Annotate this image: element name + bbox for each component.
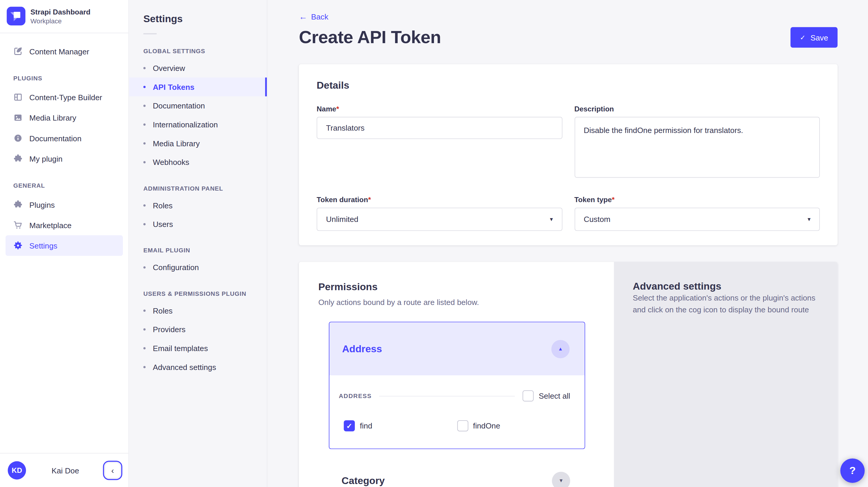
select-all-label: Select all: [538, 392, 570, 400]
sidebar-item-settings[interactable]: Settings: [6, 235, 123, 255]
name-input[interactable]: [317, 117, 562, 139]
subnav-item-media-library[interactable]: Media Library: [129, 134, 267, 153]
description-field-group: Description Disable the findOne permissi…: [574, 104, 820, 180]
subnav-item-api-tokens[interactable]: API Tokens: [129, 78, 267, 96]
subnav-item-up-email-templates[interactable]: Email templates: [129, 339, 267, 358]
subnav-header-global-settings: GLOBAL SETTINGS: [129, 48, 267, 54]
subnav-item-email-configuration[interactable]: Configuration: [129, 258, 267, 277]
check-icon: ✓: [800, 34, 806, 40]
category-accordion-header[interactable]: Category ▼: [329, 461, 585, 487]
subnav-rule: [143, 33, 157, 34]
subnav-item-label: API Tokens: [153, 83, 194, 91]
address-group-label: ADDRESS: [339, 392, 372, 399]
puzzle-icon: [13, 200, 23, 209]
token-duration-select[interactable]: Unlimited ▼: [317, 208, 562, 231]
subnav-item-webhooks[interactable]: Webhooks: [129, 153, 267, 172]
sidebar-item-my-plugin[interactable]: My plugin: [6, 148, 123, 169]
chevron-left-icon: ‹: [112, 466, 114, 475]
required-asterisk: *: [612, 195, 615, 204]
sidebar-item-media-library[interactable]: Media Library: [6, 108, 123, 128]
subnav-item-label: Overview: [153, 64, 185, 72]
expand-accordion-button[interactable]: ▼: [552, 471, 570, 487]
sidebar-item-label: Documentation: [29, 134, 81, 143]
subnav-item-admin-users[interactable]: Users: [129, 215, 267, 234]
app-window: Strapi Dashboard Workplace Content Manag…: [0, 0, 868, 487]
collapse-accordion-button[interactable]: ▲: [551, 340, 569, 358]
findone-checkbox[interactable]: [457, 420, 468, 431]
subnav-title: Settings: [129, 13, 267, 25]
help-button[interactable]: ?: [840, 458, 864, 483]
sidebar-item-label: Marketplace: [29, 221, 71, 230]
bullet-icon: [143, 309, 145, 311]
sidebar-item-label: My plugin: [29, 154, 62, 163]
sidebar-item-label: Content Manager: [29, 47, 89, 56]
permissions-section: Permissions Only actions bound by a rout…: [299, 262, 838, 487]
subnav-item-label: Users: [153, 220, 173, 229]
avatar[interactable]: KD: [8, 461, 26, 480]
subnav-header-users-permissions-plugin: USERS & PERMISSIONS PLUGIN: [129, 290, 267, 297]
description-label: Description: [574, 104, 820, 113]
sidebar-section-header-plugins: PLUGINS: [13, 75, 115, 81]
gear-icon: [13, 241, 23, 250]
token-type-select[interactable]: Custom ▼: [574, 208, 820, 231]
required-asterisk: *: [368, 195, 371, 204]
sidebar-item-content-type-builder[interactable]: Content-Type Builder: [6, 87, 123, 107]
subnav-item-label: Media Library: [153, 139, 200, 148]
sidebar-item-marketplace[interactable]: Marketplace: [6, 215, 123, 235]
chevron-down-icon: ▼: [549, 217, 554, 222]
sidebar-section-header-general: GENERAL: [13, 182, 115, 188]
subnav-item-label: Configuration: [153, 263, 199, 272]
token-type-label: Token type*: [574, 195, 820, 204]
bullet-icon: [143, 266, 145, 268]
advanced-settings-heading: Advanced settings: [633, 281, 816, 292]
cart-icon: [13, 220, 23, 230]
subnav-item-up-advanced-settings[interactable]: Advanced settings: [129, 358, 267, 376]
chevron-down-icon: ▼: [559, 478, 564, 483]
subnav-item-label: Documentation: [153, 101, 205, 110]
subnav-item-up-roles[interactable]: Roles: [129, 301, 267, 320]
user-row: KD Kai Doe ‹: [0, 453, 128, 487]
chevron-up-icon: ▲: [558, 346, 563, 352]
address-accordion-header[interactable]: Address ▲: [330, 323, 585, 375]
subnav-item-label: Webhooks: [153, 158, 189, 167]
address-accordion-body: ADDRESS Select all find: [330, 375, 585, 448]
select-all-control: Select all: [523, 390, 570, 401]
subnav-item-documentation[interactable]: Documentation: [129, 96, 267, 115]
name-label: Name*: [317, 104, 562, 113]
token-type-field-group: Token type* Custom ▼: [574, 195, 820, 231]
find-checkbox[interactable]: [344, 420, 355, 431]
workspace-title: Strapi Dashboard: [30, 7, 90, 16]
sidebar-item-content-manager[interactable]: Content Manager: [6, 41, 123, 61]
bullet-icon: [143, 67, 145, 69]
back-link[interactable]: ← Back: [299, 12, 329, 21]
subnav-item-overview[interactable]: Overview: [129, 59, 267, 78]
select-all-checkbox[interactable]: [523, 390, 533, 401]
image-icon: [13, 113, 23, 122]
description-textarea[interactable]: Disable the findOne permission for trans…: [574, 117, 820, 178]
collapse-sidebar-button[interactable]: ‹: [104, 462, 121, 479]
main-sidebar: Strapi Dashboard Workplace Content Manag…: [0, 0, 129, 487]
info-icon: [13, 133, 23, 143]
strapi-logo-icon: [6, 6, 25, 25]
save-button[interactable]: ✓ Save: [790, 27, 838, 48]
question-mark-icon: ?: [849, 464, 856, 477]
permission-findone: findOne: [457, 420, 570, 431]
subnav-item-up-providers[interactable]: Providers: [129, 320, 267, 339]
bullet-icon: [143, 204, 145, 206]
permission-find: find: [344, 420, 457, 431]
subnav-item-internationalization[interactable]: Internationalization: [129, 115, 267, 134]
details-card: Details Name* Description Disable the fi…: [299, 64, 838, 245]
bullet-icon: [143, 328, 145, 330]
subnav-item-label: Advanced settings: [153, 363, 216, 371]
address-accordion-title: Address: [342, 343, 382, 355]
workspace-switcher[interactable]: Strapi Dashboard Workplace: [0, 0, 128, 33]
bullet-icon: [143, 366, 145, 368]
subnav-item-admin-roles[interactable]: Roles: [129, 196, 267, 215]
settings-subnav: Settings GLOBAL SETTINGS Overview API To…: [129, 0, 267, 487]
layout-icon: [13, 92, 23, 102]
sidebar-item-plugins[interactable]: Plugins: [6, 194, 123, 215]
bullet-icon: [143, 347, 145, 349]
sidebar-item-documentation[interactable]: Documentation: [6, 128, 123, 148]
token-type-value: Custom: [584, 215, 610, 224]
required-asterisk: *: [336, 104, 339, 113]
